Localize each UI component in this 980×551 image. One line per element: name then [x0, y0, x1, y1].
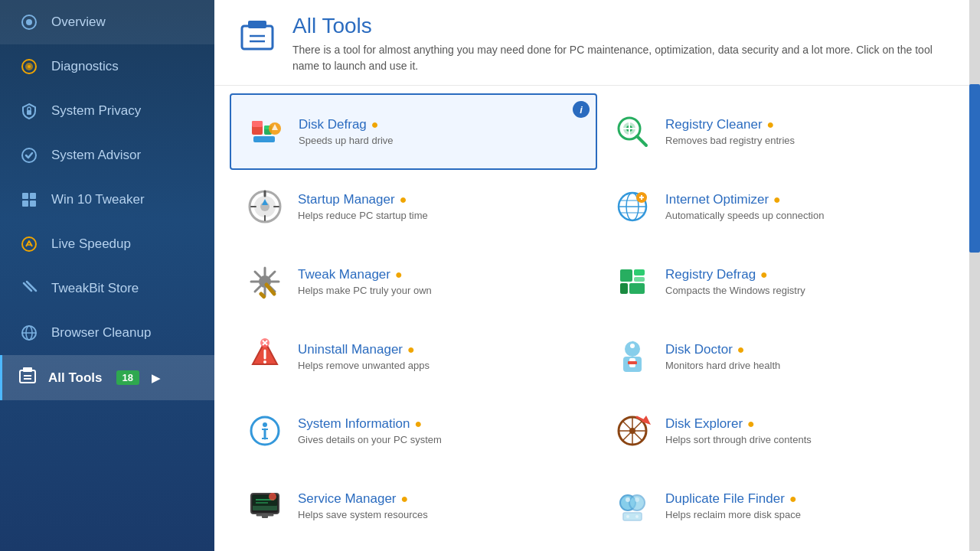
tool-info-disk-explorer: Disk Explorer ● Helps sort through drive… — [665, 416, 952, 445]
tool-name-startup-manager: Startup Manager ● — [298, 192, 584, 207]
all-tools-arrow: ▶ — [152, 372, 160, 384]
sidebar-item-browser-cleanup[interactable]: Browser Cleanup — [0, 311, 214, 355]
svg-line-13 — [27, 282, 36, 291]
svg-rect-55 — [620, 283, 628, 294]
tool-name-disk-explorer: Disk Explorer ● — [665, 416, 952, 432]
sidebar-item-win10-tweaker[interactable]: Win 10 Tweaker — [0, 178, 214, 222]
sidebar-item-all-tools[interactable]: All Tools 18 ▶ — [0, 355, 214, 400]
tool-name-registry-defrag: Registry Defrag ● — [665, 267, 952, 282]
sidebar-item-browser-cleanup-label: Browser Cleanup — [51, 325, 151, 341]
tool-item-internet-optimizer[interactable]: Internet Optimizer ● Automatically speed… — [597, 170, 965, 245]
tool-icon-service-manager — [243, 484, 287, 528]
scrollbar-track[interactable] — [969, 0, 980, 551]
header-icon — [237, 15, 277, 62]
tool-item-system-information[interactable]: System Information ● Gives details on yo… — [230, 394, 597, 469]
tool-desc-disk-defrag: Speeds up hard drive — [299, 135, 583, 146]
tool-info-disk-defrag: Disk Defrag ● Speeds up hard drive — [299, 117, 583, 146]
tool-icon-disk-explorer — [610, 409, 655, 453]
sidebar-item-system-privacy[interactable]: System Privacy — [0, 89, 214, 133]
live-speedup-icon — [18, 233, 41, 256]
tool-info-registry-defrag: Registry Defrag ● Compacts the Windows r… — [665, 267, 952, 296]
tools-grid: Disk Defrag ● Speeds up hard drive i Reg… — [214, 86, 980, 551]
tool-item-service-manager[interactable]: Service Manager ● Helps save system reso… — [230, 468, 597, 543]
svg-rect-10 — [30, 201, 36, 207]
scrollbar-thumb[interactable] — [969, 84, 980, 253]
sidebar-item-overview[interactable]: Overview — [0, 0, 214, 44]
premium-icon-disk-doctor: ● — [737, 343, 745, 357]
tool-info-registry-cleaner: Registry Cleaner ● Removes bad registry … — [665, 117, 952, 146]
svg-point-98 — [635, 515, 639, 518]
svg-rect-26 — [252, 121, 263, 127]
sidebar-item-overview-label: Overview — [51, 15, 106, 30]
svg-point-94 — [626, 497, 630, 502]
svg-line-35 — [637, 136, 646, 145]
tool-name-duplicate-file-finder: Duplicate File Finder ● — [665, 491, 952, 507]
sidebar-item-diagnostics[interactable]: Diagnostics — [0, 44, 214, 89]
sidebar: Overview Diagnostics System Privacy — [0, 0, 214, 551]
tool-info-disk-doctor: Disk Doctor ● Monitors hard drive health — [665, 342, 952, 371]
svg-rect-96 — [623, 513, 642, 520]
system-advisor-icon — [18, 144, 41, 167]
tool-icon-duplicate-file-finder — [610, 484, 655, 528]
sidebar-item-tweakbit-store[interactable]: TweakBit Store — [0, 266, 214, 311]
premium-icon-disk-defrag: ● — [371, 118, 379, 132]
svg-rect-8 — [30, 193, 36, 199]
tool-desc-startup-manager: Helps reduce PC startup time — [298, 210, 584, 221]
sidebar-item-win10-tweaker-label: Win 10 Tweaker — [51, 192, 145, 207]
tool-icon-disk-defrag — [243, 109, 288, 154]
sidebar-item-system-privacy-label: System Privacy — [51, 103, 141, 119]
tool-icon-startup-manager — [243, 184, 287, 229]
tool-item-tweak-manager[interactable]: Tweak Manager ● Helps make PC truly your… — [230, 244, 597, 319]
svg-point-61 — [263, 360, 266, 364]
header-text: All Tools There is a tool for almost any… — [292, 14, 957, 74]
svg-rect-53 — [620, 269, 632, 282]
premium-icon-internet-optimizer: ● — [773, 193, 781, 207]
tool-item-startup-manager[interactable]: Startup Manager ● Helps reduce PC startu… — [230, 170, 597, 245]
tool-desc-tweak-manager: Helps make PC truly your own — [298, 285, 584, 296]
tool-item-duplicate-file-finder[interactable]: Duplicate File Finder ● Helps reclaim mo… — [597, 468, 965, 543]
svg-rect-5 — [27, 110, 31, 115]
tool-name-disk-defrag: Disk Defrag ● — [299, 117, 583, 132]
tool-info-uninstall-manager: Uninstall Manager ● Helps remove unwante… — [298, 342, 584, 371]
tool-item-disk-doctor[interactable]: Disk Doctor ● Monitors hard drive health — [597, 319, 965, 394]
tool-icon-disk-doctor — [610, 334, 655, 379]
tool-item-uninstall-manager[interactable]: Uninstall Manager ● Helps remove unwante… — [230, 319, 597, 394]
tool-info-service-manager: Service Manager ● Helps save system reso… — [298, 491, 584, 520]
tool-icon-internet-optimizer — [610, 184, 655, 229]
sidebar-item-live-speedup-label: Live Speedup — [51, 236, 131, 252]
sidebar-all-tools-label: All Tools — [48, 370, 103, 386]
info-badge-disk-defrag[interactable]: i — [573, 101, 590, 118]
svg-rect-56 — [629, 283, 645, 294]
tool-info-internet-optimizer: Internet Optimizer ● Automatically speed… — [665, 192, 952, 221]
tool-item-registry-cleaner[interactable]: Registry Cleaner ● Removes bad registry … — [597, 93, 965, 170]
sidebar-item-live-speedup[interactable]: Live Speedup — [0, 222, 214, 266]
tool-icon-registry-defrag — [610, 259, 655, 304]
all-tools-icon — [18, 366, 38, 390]
tool-info-startup-manager: Startup Manager ● Helps reduce PC startu… — [298, 192, 584, 221]
sidebar-item-system-advisor[interactable]: System Advisor — [0, 133, 214, 178]
tool-item-disk-explorer[interactable]: Disk Explorer ● Helps sort through drive… — [597, 394, 965, 469]
premium-icon-registry-cleaner: ● — [767, 118, 775, 132]
tweakbit-store-icon — [18, 277, 41, 300]
page-title: All Tools — [292, 14, 957, 38]
svg-rect-9 — [22, 201, 28, 207]
tool-item-registry-defrag[interactable]: Registry Defrag ● Compacts the Windows r… — [597, 244, 965, 319]
svg-point-97 — [626, 515, 629, 518]
premium-icon-disk-explorer: ● — [747, 417, 755, 431]
tool-icon-system-information — [243, 409, 287, 453]
tool-name-uninstall-manager: Uninstall Manager ● — [298, 342, 584, 357]
page-description: There is a tool for almost anything you … — [292, 42, 957, 74]
tool-desc-system-information: Gives details on your PC system — [298, 434, 584, 445]
tool-desc-registry-cleaner: Removes bad registry entries — [665, 135, 952, 146]
tool-item-disk-defrag[interactable]: Disk Defrag ● Speeds up hard drive i — [230, 93, 597, 170]
svg-point-91 — [269, 493, 276, 500]
premium-icon-uninstall-manager: ● — [407, 343, 415, 357]
premium-icon-duplicate-file-finder: ● — [789, 492, 797, 506]
tool-name-service-manager: Service Manager ● — [298, 491, 584, 507]
win10-tweaker-icon — [18, 188, 41, 211]
premium-icon-startup-manager: ● — [400, 193, 407, 207]
premium-icon-system-information: ● — [414, 417, 422, 431]
premium-icon-service-manager: ● — [401, 492, 409, 506]
svg-point-69 — [630, 344, 635, 348]
svg-point-95 — [635, 497, 639, 502]
